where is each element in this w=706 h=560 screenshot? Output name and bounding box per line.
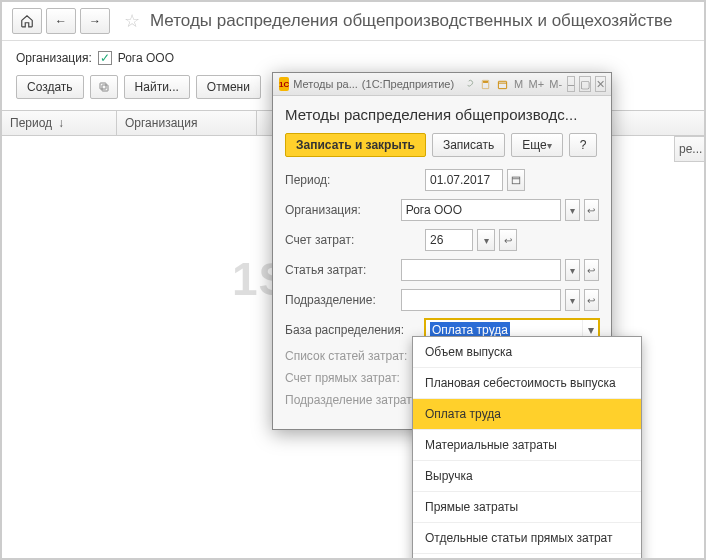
dropdown-item[interactable]: Прямые затраты	[413, 492, 641, 523]
row-account: Счет затрат: ▾ ↩	[285, 229, 599, 251]
col-org[interactable]: Организация	[117, 111, 257, 135]
dropdown-item[interactable]: Оплата труда	[413, 399, 641, 430]
distribution-base-label: База распределения:	[285, 323, 421, 337]
calendar-icon	[497, 79, 508, 90]
date-picker-button[interactable]	[507, 169, 525, 191]
svg-rect-5	[512, 177, 520, 184]
account-label: Счет затрат:	[285, 233, 421, 247]
account-input[interactable]	[425, 229, 473, 251]
titlebar-mplus[interactable]: M+	[528, 76, 544, 92]
forward-button[interactable]: →	[80, 8, 110, 34]
link-icon	[463, 79, 474, 90]
titlebar-icon-cal[interactable]	[496, 76, 509, 92]
period-label: Период:	[285, 173, 421, 187]
org-select-button[interactable]: ▾	[565, 199, 580, 221]
org-input[interactable]	[401, 199, 561, 221]
org-open-button[interactable]: ↩	[584, 199, 599, 221]
close-button[interactable]: ✕	[595, 76, 606, 92]
save-and-close-button[interactable]: Записать и закрыть	[285, 133, 426, 157]
minimize-button[interactable]: –	[567, 76, 575, 92]
cancel-search-button[interactable]: Отмени	[196, 75, 261, 99]
dialog-heading: Методы распределения общепроизводс...	[285, 106, 599, 123]
find-button[interactable]: Найти...	[124, 75, 190, 99]
org-filter-label: Организация:	[16, 51, 92, 65]
copy-button[interactable]	[90, 75, 118, 99]
titlebar-icon-link[interactable]	[462, 76, 475, 92]
items-list-label: Список статей затрат:	[285, 349, 421, 363]
maximize-button[interactable]: ▢	[579, 76, 591, 92]
nav-bar: ← → ☆ Методы распределения общепроизводс…	[2, 2, 704, 41]
dropdown-item[interactable]: Объем выпуска	[413, 337, 641, 368]
titlebar-m[interactable]: M	[513, 76, 524, 92]
calculator-icon	[480, 79, 491, 90]
dropdown-item[interactable]: Выручка	[413, 461, 641, 492]
col-period[interactable]: Период ↓	[2, 111, 117, 135]
account-select-button[interactable]: ▾	[477, 229, 495, 251]
cost-department-label: Подразделение затрат:	[285, 393, 421, 407]
direct-account-label: Счет прямых затрат:	[285, 371, 421, 385]
filter-row: Организация: ✓ Рога ООО	[2, 41, 704, 69]
org-label: Организация:	[285, 203, 397, 217]
more-button[interactable]: Еще	[511, 133, 562, 157]
department-select-button[interactable]: ▾	[565, 289, 580, 311]
page-title: Методы распределения общепроизводственны…	[150, 11, 672, 31]
titlebar-icon-calc[interactable]	[479, 76, 492, 92]
row-org: Организация: ▾ ↩	[285, 199, 599, 221]
sort-icon: ↓	[58, 116, 64, 130]
copy-icon	[98, 81, 110, 93]
cost-item-input[interactable]	[401, 259, 561, 281]
department-open-button[interactable]: ↩	[584, 289, 599, 311]
home-button[interactable]	[12, 8, 42, 34]
app-icon: 1С	[279, 77, 289, 91]
titlebar-mminus[interactable]: M-	[548, 76, 563, 92]
save-button[interactable]: Записать	[432, 133, 505, 157]
distribution-base-dropdown: Объем выпускаПлановая себестоимость выпу…	[412, 336, 642, 560]
home-icon	[20, 14, 34, 28]
calendar-icon	[511, 175, 521, 185]
back-button[interactable]: ←	[46, 8, 76, 34]
account-open-button[interactable]: ↩	[499, 229, 517, 251]
cost-item-open-button[interactable]: ↩	[584, 259, 599, 281]
dialog-toolbar: Записать и закрыть Записать Еще ?	[285, 133, 599, 157]
dialog-subtitle: (1С:Предприятие)	[362, 78, 454, 90]
svg-rect-0	[102, 85, 108, 91]
period-input[interactable]	[425, 169, 503, 191]
dialog-tab-title: Методы ра...	[293, 78, 358, 90]
create-button[interactable]: Создать	[16, 75, 84, 99]
arrow-right-icon: →	[89, 14, 101, 28]
cost-item-label: Статья затрат:	[285, 263, 397, 277]
svg-rect-4	[498, 81, 506, 88]
col-period-label: Период	[10, 116, 52, 130]
dialog-titlebar: 1С Методы ра... (1С:Предприятие) M M+ M-…	[273, 73, 611, 96]
row-period: Период:	[285, 169, 599, 191]
star-icon[interactable]: ☆	[124, 10, 140, 32]
org-filter-checkbox[interactable]: ✓	[98, 51, 112, 65]
dropdown-item[interactable]: Материальные затраты	[413, 430, 641, 461]
dropdown-item[interactable]: Отдельные статьи прямых затрат	[413, 523, 641, 554]
dropdown-item[interactable]: Не распределяется	[413, 554, 641, 560]
help-button[interactable]: ?	[569, 133, 598, 157]
row-department: Подразделение: ▾ ↩	[285, 289, 599, 311]
department-input[interactable]	[401, 289, 561, 311]
cost-item-select-button[interactable]: ▾	[565, 259, 580, 281]
department-label: Подразделение:	[285, 293, 397, 307]
row-cost-item: Статья затрат: ▾ ↩	[285, 259, 599, 281]
org-filter-value[interactable]: Рога ООО	[118, 51, 174, 65]
dropdown-item[interactable]: Плановая себестоимость выпуска	[413, 368, 641, 399]
col-extra[interactable]: ре...	[674, 136, 704, 162]
svg-rect-1	[100, 83, 106, 89]
arrow-left-icon: ←	[55, 14, 67, 28]
svg-rect-3	[483, 81, 488, 82]
